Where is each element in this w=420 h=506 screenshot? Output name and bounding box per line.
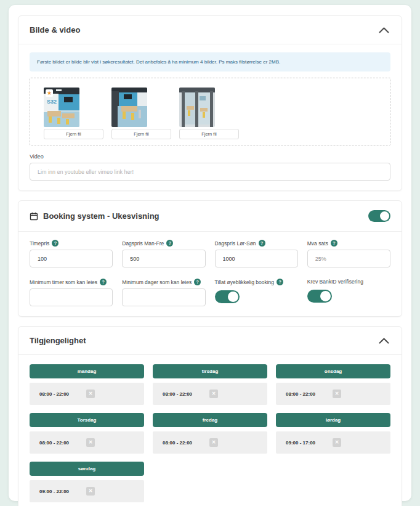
booking-card-header: Booking system - Ukesvisning [18, 201, 402, 232]
min-dager-label: Minimum dager som kan leies [122, 279, 192, 285]
room-photo-2-image [111, 88, 147, 127]
time-slot-lordag: 09:00 - 17:00 ✕ [276, 431, 390, 454]
chevron-up-icon [379, 338, 389, 344]
time-range-onsdag: 08:00 - 22:00 [286, 391, 315, 397]
field-min-timer: Minimum timer som kan leies ? [30, 279, 113, 306]
availability-card-title: Tilgjengelighet [30, 336, 86, 345]
image-dropzone[interactable]: S32 ★ Fjern fil [30, 78, 390, 145]
dagspris-lorson-input[interactable] [215, 250, 298, 267]
remove-slot-onsdag-icon[interactable]: ✕ [333, 390, 341, 398]
svg-text:S32: S32 [47, 99, 57, 105]
day-header-torsdag: Torsdag [30, 413, 144, 427]
day-card-lordag: lørdag 09:00 - 17:00 ✕ [276, 413, 390, 454]
media-card-header[interactable]: Bilde & video [18, 16, 402, 44]
remove-slot-fredag-icon[interactable]: ✕ [209, 438, 218, 447]
time-slot-torsdag: 08:00 - 22:00 ✕ [30, 431, 144, 454]
media-card-title: Bilde & video [30, 25, 80, 35]
availability-days-grid: mandag 08:00 - 22:00 ✕ tirsdag 08:00 - 2… [30, 363, 390, 502]
booking-card-title-text: Booking system - Ukesvisning [43, 211, 160, 221]
room-photo-2 [111, 88, 147, 127]
remove-file-button-2[interactable]: Fjern fil [111, 129, 171, 139]
dagspris-manfre-input[interactable] [122, 250, 205, 267]
video-link-input[interactable] [30, 163, 390, 181]
media-item-3: Fjern fil [179, 88, 239, 139]
field-bankid: Krev BankID verifisering [307, 279, 390, 305]
media-card: Bilde & video Første bildet er bilde bli… [18, 15, 402, 191]
timepris-help-icon[interactable]: ? [52, 240, 59, 247]
field-timepris: Timepris ? [30, 240, 113, 267]
dagspris-lorson-label: Dagspris Lør-Søn [215, 240, 256, 247]
mva-sats-help-icon[interactable]: ? [331, 240, 337, 247]
remove-slot-lordag-icon[interactable]: ✕ [333, 438, 341, 447]
time-range-lordag: 09:00 - 17:00 [286, 440, 315, 446]
time-range-torsdag: 08:00 - 22:00 [39, 440, 69, 446]
field-mva-sats: Mva sats ? [307, 240, 390, 267]
calendar-icon [30, 212, 38, 221]
time-slot-tirsdag: 08:00 - 22:00 ✕ [153, 383, 267, 405]
instant-booking-label: Tillat øyeblikkelig booking [215, 279, 275, 285]
field-dagspris-manfre: Dagspris Man-Fre ? [122, 240, 205, 267]
image-info-banner: Første bildet er bilde blir vist i søker… [30, 52, 390, 71]
time-slot-fredag: 08:00 - 22:00 ✕ [153, 431, 267, 454]
day-card-sondag: søndag 09:00 - 22:00 ✕ [30, 462, 144, 502]
availability-card: Tilgjengelighet mandag 08:00 - 22:00 ✕ t… [18, 326, 402, 506]
availability-collapse-button[interactable] [378, 337, 390, 345]
day-header-onsdag: onsdag [276, 364, 390, 378]
room-photo-3-image [179, 88, 215, 127]
day-header-tirsdag: tirsdag [153, 364, 267, 378]
field-dagspris-lorson: Dagspris Lør-Søn ? [215, 240, 298, 267]
field-min-dager: Minimum dager som kan leies ? [122, 279, 205, 306]
video-label: Video [30, 153, 390, 160]
time-slot-mandag: 08:00 - 22:00 ✕ [30, 383, 144, 405]
time-range-tirsdag: 08:00 - 22:00 [163, 391, 192, 397]
remove-file-button-3[interactable]: Fjern fil [179, 129, 239, 139]
media-item-1: S32 ★ Fjern fil [44, 88, 103, 139]
day-header-lordag: lørdag [276, 413, 390, 427]
room-photo-3 [179, 88, 215, 127]
media-item-2: Fjern fil [111, 88, 171, 139]
day-header-mandag: mandag [30, 364, 144, 378]
min-dager-help-icon[interactable]: ? [194, 279, 201, 285]
chevron-up-icon [379, 27, 389, 33]
bankid-label: Krev BankID verifisering [307, 279, 363, 285]
dagspris-manfre-label: Dagspris Man-Fre [122, 240, 164, 247]
remove-slot-tirsdag-icon[interactable]: ✕ [209, 390, 218, 398]
time-range-sondag: 09:00 - 22:00 [39, 489, 69, 494]
mva-sats-input[interactable] [307, 250, 390, 267]
field-instant-booking: Tillat øyeblikkelig booking ? [215, 279, 298, 306]
remove-file-button-1[interactable]: Fjern fil [44, 129, 103, 139]
timepris-label: Timepris [30, 240, 49, 247]
dagspris-manfre-help-icon[interactable]: ? [166, 240, 173, 247]
time-slot-onsdag: 08:00 - 22:00 ✕ [276, 383, 390, 405]
remove-slot-torsdag-icon[interactable]: ✕ [86, 438, 95, 447]
day-header-sondag: søndag [30, 462, 144, 476]
day-card-fredag: fredag 08:00 - 22:00 ✕ [153, 413, 267, 454]
booking-card-title: Booking system - Ukesvisning [30, 211, 160, 221]
remove-slot-mandag-icon[interactable]: ✕ [86, 390, 95, 398]
availability-card-header[interactable]: Tilgjengelighet [18, 327, 402, 355]
instant-booking-toggle[interactable] [215, 290, 240, 303]
booking-card: Booking system - Ukesvisning Timepris ? … [18, 200, 402, 317]
booking-enabled-toggle[interactable] [368, 210, 390, 222]
min-dager-input[interactable] [122, 288, 205, 306]
media-collapse-button[interactable] [378, 26, 390, 35]
bankid-toggle[interactable] [307, 290, 332, 303]
min-timer-label: Minimum timer som kan leies [30, 279, 97, 285]
day-header-fredag: fredag [153, 413, 267, 427]
mva-sats-label: Mva sats [307, 240, 328, 247]
time-slot-sondag: 09:00 - 22:00 ✕ [30, 480, 144, 502]
room-photo-1: S32 ★ [44, 88, 79, 127]
time-range-fredag: 08:00 - 22:00 [163, 440, 192, 446]
day-card-tirsdag: tirsdag 08:00 - 22:00 ✕ [153, 364, 267, 405]
min-timer-help-icon[interactable]: ? [100, 279, 107, 285]
dagspris-lorson-help-icon[interactable]: ? [259, 240, 265, 247]
day-card-mandag: mandag 08:00 - 22:00 ✕ [30, 364, 144, 405]
form-panel: Bilde & video Første bildet er bilde bli… [9, 5, 411, 501]
instant-booking-help-icon[interactable]: ? [277, 279, 283, 285]
primary-star-icon[interactable]: ★ [46, 89, 53, 97]
min-timer-input[interactable] [30, 288, 113, 306]
day-card-torsdag: Torsdag 08:00 - 22:00 ✕ [30, 413, 144, 454]
timepris-input[interactable] [30, 250, 113, 267]
time-range-mandag: 08:00 - 22:00 [39, 391, 69, 397]
remove-slot-sondag-icon[interactable]: ✕ [86, 487, 95, 496]
